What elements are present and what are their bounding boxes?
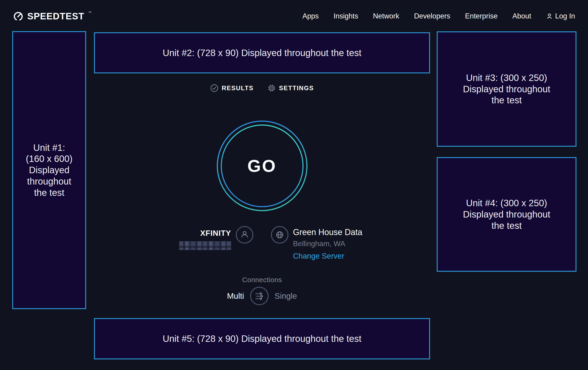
nav-item-about[interactable]: About	[513, 12, 531, 20]
nav-item-insights[interactable]: Insights	[334, 12, 358, 20]
ad-unit-4[interactable]: Unit #4: (300 x 250) Displayed throughou…	[437, 157, 577, 272]
login-button[interactable]: Log In	[546, 12, 575, 20]
server-name: Green House Data	[293, 228, 362, 237]
nav-item-network[interactable]: Network	[373, 12, 399, 20]
connection-meta-row: XFINITY Green House Data Belling	[94, 226, 430, 260]
tab-results-label: RESULTS	[222, 85, 253, 92]
provider-ip-redacted	[179, 241, 231, 250]
provider-block: XFINITY	[94, 226, 262, 260]
tab-settings-label: SETTINGS	[279, 85, 314, 92]
ad-unit-3[interactable]: Unit #3: (300 x 250) Displayed throughou…	[437, 31, 577, 147]
speedtest-gauge-icon	[13, 11, 23, 21]
check-circle-icon	[210, 84, 219, 92]
gear-icon	[267, 84, 276, 92]
connections-toggle-row: Multi Single	[94, 287, 430, 305]
nav-item-apps[interactable]: Apps	[302, 12, 319, 20]
go-button-label: GO	[213, 117, 311, 215]
connections-single-label[interactable]: Single	[275, 291, 297, 300]
ad-unit-1[interactable]: Unit #1: (160 x 600) Displayed throughou…	[12, 31, 86, 309]
multi-connections-arrows-icon	[254, 291, 265, 301]
connections-toggle[interactable]	[250, 287, 269, 305]
ad-unit-4-text: Unit #4: (300 x 250) Displayed throughou…	[463, 198, 550, 231]
logo-text: SPEEDTEST	[27, 11, 84, 21]
provider-name: XFINITY	[200, 229, 231, 238]
server-block: Green House Data Bellingham, WA Change S…	[262, 226, 430, 260]
server-globe-icon[interactable]	[271, 226, 288, 244]
speedtest-logo[interactable]: SPEEDTEST ™	[13, 11, 91, 21]
header: SPEEDTEST ™ Apps Insights Network Develo…	[0, 0, 588, 32]
connections-label: Connections	[94, 276, 430, 284]
login-label: Log In	[555, 12, 575, 20]
tab-results[interactable]: RESULTS	[210, 84, 253, 92]
main-nav: Apps Insights Network Developers Enterpr…	[302, 12, 575, 20]
tab-settings[interactable]: SETTINGS	[267, 84, 314, 92]
ad-unit-3-text: Unit #3: (300 x 250) Displayed throughou…	[463, 72, 550, 106]
server-location: Bellingham, WA	[293, 240, 345, 248]
trademark-mark: ™	[88, 11, 92, 14]
nav-item-developers[interactable]: Developers	[414, 12, 450, 20]
provider-user-icon[interactable]	[236, 226, 253, 244]
user-icon	[546, 13, 553, 20]
ad-unit-1-text: Unit #1: (160 x 600) Displayed throughou…	[26, 142, 73, 198]
change-server-link[interactable]: Change Server	[293, 252, 344, 260]
tabs-row: RESULTS SETTINGS	[94, 84, 430, 92]
nav-item-enterprise[interactable]: Enterprise	[465, 12, 497, 20]
connections-multi-label[interactable]: Multi	[227, 291, 244, 300]
go-button[interactable]: GO	[213, 117, 311, 215]
test-panel: RESULTS SETTINGS	[94, 32, 430, 360]
